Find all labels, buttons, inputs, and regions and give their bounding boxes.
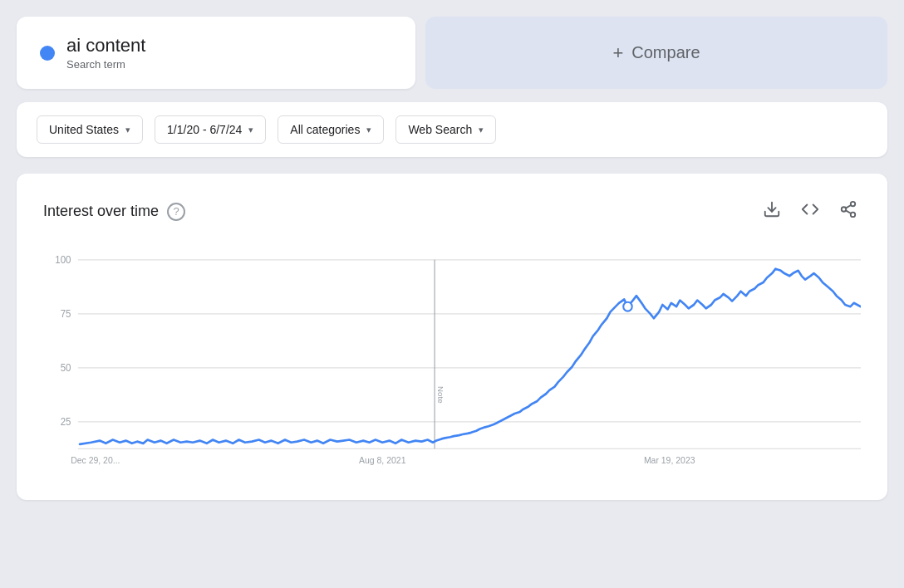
chart-title: Interest over time bbox=[43, 203, 159, 220]
help-icon[interactable]: ? bbox=[167, 203, 185, 221]
svg-text:75: 75 bbox=[61, 308, 71, 319]
svg-line-4 bbox=[846, 210, 851, 213]
compare-plus-icon: + bbox=[612, 42, 623, 64]
svg-text:50: 50 bbox=[61, 362, 71, 373]
chart-title-row: Interest over time ? bbox=[43, 203, 185, 221]
date-range-filter[interactable]: 1/1/20 - 6/7/24 ▾ bbox=[155, 115, 266, 144]
download-icon[interactable] bbox=[759, 197, 784, 226]
search-term-type: Search term bbox=[66, 58, 145, 71]
date-chevron: ▾ bbox=[248, 125, 253, 135]
svg-text:100: 100 bbox=[55, 254, 71, 265]
svg-text:25: 25 bbox=[61, 416, 71, 427]
chart-actions bbox=[759, 197, 861, 226]
interest-chart: 100 75 50 25 Note Dec 29, 20... Aug 8, 2… bbox=[43, 251, 861, 467]
svg-text:Note: Note bbox=[436, 386, 445, 404]
date-range-label: 1/1/20 - 6/7/24 bbox=[167, 123, 242, 136]
compare-label: Compare bbox=[631, 43, 700, 62]
chart-area: 100 75 50 25 Note Dec 29, 20... Aug 8, 2… bbox=[43, 251, 861, 467]
category-label: All categories bbox=[290, 123, 360, 136]
search-type-chevron: ▾ bbox=[479, 125, 484, 135]
search-type-filter[interactable]: Web Search ▾ bbox=[396, 115, 496, 144]
filters-bar: United States ▾ 1/1/20 - 6/7/24 ▾ All ca… bbox=[17, 102, 887, 157]
region-label: United States bbox=[49, 123, 119, 136]
search-type-label: Web Search bbox=[408, 123, 472, 136]
embed-icon[interactable] bbox=[798, 197, 823, 226]
category-filter[interactable]: All categories ▾ bbox=[278, 115, 384, 144]
svg-text:Dec 29, 20...: Dec 29, 20... bbox=[71, 454, 120, 464]
chart-header: Interest over time ? bbox=[43, 197, 861, 226]
svg-text:Mar 19, 2023: Mar 19, 2023 bbox=[644, 454, 695, 464]
search-term-name: ai content bbox=[66, 35, 145, 56]
svg-text:Aug 8, 2021: Aug 8, 2021 bbox=[359, 454, 405, 464]
category-chevron: ▾ bbox=[366, 125, 371, 135]
chart-card: Interest over time ? bbox=[17, 174, 887, 500]
search-dot bbox=[40, 46, 55, 61]
share-icon[interactable] bbox=[836, 197, 861, 226]
region-filter[interactable]: United States ▾ bbox=[37, 115, 143, 144]
svg-point-20 bbox=[623, 302, 631, 311]
compare-card[interactable]: + Compare bbox=[425, 17, 887, 89]
search-term-card: ai content Search term bbox=[17, 17, 415, 89]
search-term-text: ai content Search term bbox=[66, 35, 145, 71]
svg-line-5 bbox=[846, 205, 851, 208]
region-chevron: ▾ bbox=[125, 125, 130, 135]
